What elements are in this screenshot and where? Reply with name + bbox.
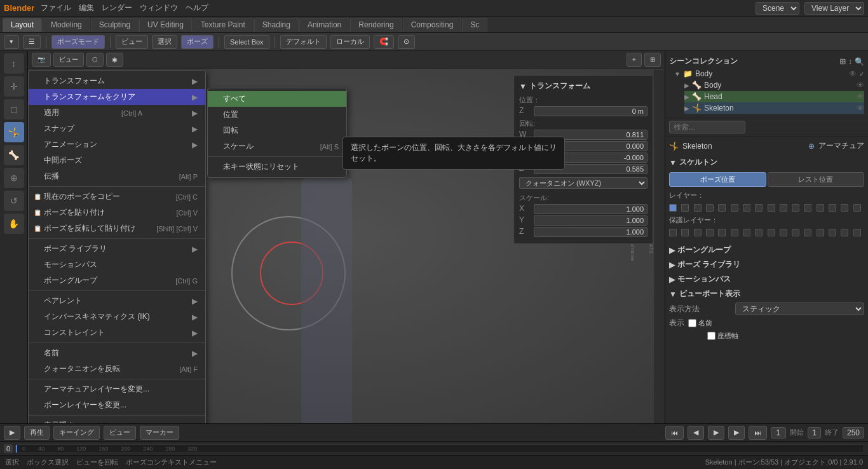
rotation-x-val[interactable]: 0.000	[534, 141, 648, 151]
rest-position-btn[interactable]: レスト位置	[768, 172, 865, 187]
view-layer-dropdown[interactable]: View Layer	[804, 2, 864, 15]
tab-texture-paint[interactable]: Texture Paint	[193, 18, 254, 32]
skeleton-section-header[interactable]: ▼ スケルトン	[669, 155, 864, 170]
names-checkbox[interactable]	[688, 319, 696, 327]
menu-item-snap[interactable]: スナップ ▶	[29, 121, 205, 137]
protect-layer-7[interactable]	[755, 229, 763, 236]
marker-btn[interactable]: マーカー	[140, 426, 179, 440]
viewport-display-header[interactable]: ▼ ビューポート表示	[669, 287, 864, 301]
play-menu-btn[interactable]: 再生	[24, 426, 50, 440]
sidebar-cursor-icon[interactable]: ✛	[4, 76, 24, 97]
protect-layer-3[interactable]	[706, 229, 714, 236]
head-eye[interactable]: 👁	[857, 92, 864, 101]
viewport-area[interactable]: 📷 ビュー ⬡ ◉ ⌖ ⊞ ユーザー・平行投影 (1) Skeleton : R…	[28, 51, 665, 423]
menu-render[interactable]: レンダー	[102, 3, 132, 13]
tab-uv-editing[interactable]: UV Editing	[139, 18, 192, 32]
shading-btn[interactable]: ◉	[106, 53, 123, 67]
menu-item-paste-pose[interactable]: 📋 ポーズを貼り付け [Ctrl] V	[29, 205, 205, 221]
tab-animation[interactable]: Animation	[299, 18, 349, 32]
pivot-btn[interactable]: ローカル	[330, 35, 370, 49]
viewport-editor-btn[interactable]: 📷	[32, 53, 51, 67]
tree-item-body-collection[interactable]: ▼ 📁 Body 👁 ✓	[674, 68, 864, 79]
menu-item-parent[interactable]: ペアレント ▶	[29, 293, 205, 309]
gizmo-btn[interactable]: ⌖	[627, 53, 642, 67]
position-z-val[interactable]: 0 m	[534, 106, 648, 116]
properties-search[interactable]	[669, 121, 745, 133]
frame-prev-btn[interactable]: ◀	[688, 426, 704, 440]
layer-8[interactable]	[768, 204, 775, 212]
tree-item-skeleton[interactable]: ▶ 🤸 Skeleton 👁	[684, 102, 864, 114]
sidebar-grab-icon[interactable]: ✋	[4, 214, 24, 234]
menu-item-armature-layer[interactable]: アーマチュアレイヤーを変更...	[29, 381, 205, 397]
tree-item-body-bone[interactable]: ▶ 🦴 Body 👁	[684, 79, 864, 91]
tab-modeling[interactable]: Modeling	[43, 18, 90, 32]
layer-13[interactable]	[829, 204, 836, 212]
protect-layer-8[interactable]	[768, 229, 775, 236]
menu-item-pose-library[interactable]: ポーズ ライブラリ ▶	[29, 241, 205, 257]
rotation-z-val[interactable]: 0.585	[534, 164, 648, 174]
search-btn[interactable]: 🔍	[855, 57, 864, 66]
menu-item-constraint[interactable]: コンストレイント ▶	[29, 325, 205, 341]
select-box-btn[interactable]: Select Box	[224, 35, 269, 49]
tab-sculpting[interactable]: Sculpting	[91, 18, 139, 32]
display-as-select[interactable]: スティック	[735, 302, 864, 315]
view-menu-btn[interactable]: ビュー	[116, 35, 148, 49]
layer-12[interactable]	[817, 204, 824, 212]
start-frame[interactable]: 1	[808, 427, 821, 438]
layer-3[interactable]	[706, 204, 714, 212]
menu-item-show-hide[interactable]: 表示隠す ▶	[29, 418, 205, 423]
menu-item-bone-layer[interactable]: ボーンレイヤーを変更...	[29, 397, 205, 413]
body-eye-icon[interactable]: 👁	[849, 69, 857, 78]
bone-groups-header[interactable]: ▶ ボーングループ	[669, 243, 864, 257]
tab-shading[interactable]: Shading	[254, 18, 299, 32]
pose-menu[interactable]: トランスフォーム ▶ トランスフォームをクリア ▶ 適用 [Ctrl] A ▶ …	[28, 70, 206, 423]
menu-item-ik[interactable]: インバースキネマティクス (IK) ▶	[29, 309, 205, 325]
menu-item-copy-pose[interactable]: 📋 現在のポーズをコピー [Ctrl] C	[29, 189, 205, 205]
scale-y-val[interactable]: 1.000	[534, 215, 648, 226]
protect-layer-5[interactable]	[731, 229, 738, 236]
body-check-icon[interactable]: ✓	[859, 71, 864, 78]
submenu-item-all[interactable]: すべて	[208, 91, 346, 107]
layer-10[interactable]	[792, 204, 799, 212]
submenu-item-location[interactable]: 位置	[208, 107, 346, 123]
overlay-btn[interactable]: ⬡	[86, 53, 104, 67]
motion-paths-header[interactable]: ▶ モーションパス	[669, 272, 864, 287]
ortho-btn[interactable]: ⊞	[644, 53, 661, 67]
tab-scripting[interactable]: Sc	[462, 18, 487, 32]
snap-btn[interactable]: 🧲	[374, 35, 394, 49]
viewport-view-btn[interactable]: ビュー	[53, 53, 84, 67]
filter-btn[interactable]: ⊞	[839, 57, 846, 66]
menu-item-name[interactable]: 名前 ▶	[29, 345, 205, 361]
layer-5[interactable]	[731, 204, 738, 212]
sidebar-envelope-icon[interactable]: ⊕	[4, 168, 24, 188]
pose-position-btn[interactable]: ポーズ位置	[669, 172, 766, 187]
layer-11[interactable]	[804, 204, 811, 212]
menu-item-transform[interactable]: トランスフォーム ▶	[29, 73, 205, 89]
sidebar-move-icon[interactable]: ↕	[4, 53, 24, 74]
tab-compositing[interactable]: Compositing	[403, 18, 462, 32]
keying-btn[interactable]: キーイング	[53, 426, 100, 440]
layer-9[interactable]	[780, 204, 787, 212]
pose-library-header[interactable]: ▶ ポーズ ライブラリ	[669, 257, 864, 272]
menu-edit[interactable]: 編集	[79, 3, 94, 13]
protect-layer-12[interactable]	[817, 229, 824, 236]
current-frame-display[interactable]: 1	[771, 427, 787, 438]
end-frame[interactable]: 250	[843, 427, 864, 438]
protect-layer-0[interactable]	[669, 229, 677, 236]
layer-14[interactable]	[841, 204, 848, 212]
layer-15[interactable]	[853, 204, 861, 212]
proportional-btn[interactable]: ⊙	[398, 35, 415, 49]
rotation-mode-dropdown[interactable]: クォータニオン (WXYZ)	[519, 177, 648, 189]
menu-item-clear-transform[interactable]: トランスフォームをクリア ▶	[29, 89, 205, 105]
frame-strip-bar[interactable]: 0 40 80 120 160 200 240 280 320	[15, 444, 864, 453]
menu-item-rest-pose[interactable]: 中間ポーズ	[29, 153, 205, 168]
keyframe-prev-btn[interactable]: ⏮	[665, 426, 684, 440]
sidebar-pose-icon[interactable]: 🤸	[4, 122, 24, 142]
frame-next-btn[interactable]: ▶	[728, 426, 745, 440]
menu-item-quaternion[interactable]: クォータニオンを反転 [Alt] F	[29, 361, 205, 377]
sidebar-bone-icon[interactable]: 🦴	[4, 145, 24, 165]
menu-item-paste-flipped[interactable]: 📋 ポーズを反転して貼り付け [Shift] [Ctrl] V	[29, 221, 205, 236]
protect-layer-10[interactable]	[792, 229, 799, 236]
menu-item-apply[interactable]: 適用 [Ctrl] A ▶	[29, 105, 205, 121]
layer-1[interactable]	[681, 204, 689, 212]
